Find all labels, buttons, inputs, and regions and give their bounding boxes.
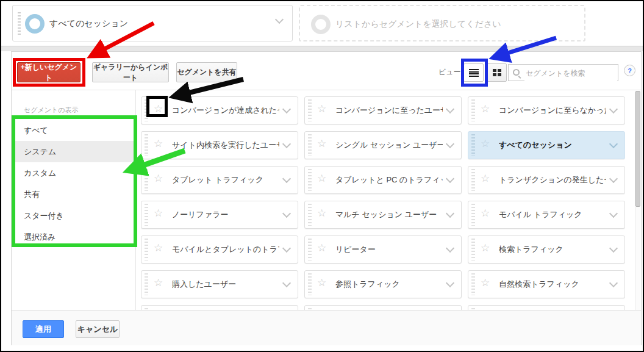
star-icon[interactable]: ☆ bbox=[154, 102, 163, 115]
toolbar: +新しいセグメント ギャラリーからインポート セグメントを共有 ビュー ? bbox=[12, 52, 641, 90]
segment-card-label: トランザクションの発生したセッ bbox=[499, 175, 606, 184]
segment-card[interactable]: ☆ コンバージョンに至ったユーザー bbox=[304, 96, 462, 124]
chevron-down-icon[interactable] bbox=[282, 279, 291, 287]
drag-handle-icon bbox=[145, 273, 148, 295]
star-icon[interactable]: ☆ bbox=[317, 276, 326, 289]
drag-handle-icon bbox=[471, 169, 475, 191]
star-icon[interactable]: ☆ bbox=[154, 172, 163, 185]
segment-card[interactable]: ☆ タブレットと PC のトラフィック bbox=[304, 166, 462, 194]
sidebar-item-starred[interactable]: スター付き bbox=[12, 205, 135, 226]
apply-button[interactable]: 適用 bbox=[23, 320, 64, 338]
sidebar-item-selected[interactable]: 選択済み bbox=[12, 226, 135, 248]
chevron-down-icon[interactable] bbox=[282, 209, 291, 218]
chevron-down-icon[interactable] bbox=[275, 15, 284, 24]
drag-handle-icon bbox=[308, 99, 312, 121]
segment-card-selected[interactable]: ☆ すべてのセッション bbox=[468, 131, 625, 159]
star-icon[interactable]: ☆ bbox=[317, 172, 326, 185]
drag-handle-icon bbox=[308, 134, 312, 156]
sidebar-item-system[interactable]: システム bbox=[12, 141, 135, 162]
drag-handle-icon bbox=[471, 99, 475, 121]
help-icon[interactable]: ? bbox=[624, 65, 635, 76]
segment-card[interactable]: ☆ コンバージョンが達成されたセ... bbox=[141, 96, 298, 124]
star-icon[interactable]: ☆ bbox=[317, 242, 326, 254]
share-segment-button[interactable]: セグメントを共有 bbox=[176, 62, 237, 82]
scrollbar-thumb[interactable] bbox=[635, 91, 640, 207]
chevron-down-icon[interactable] bbox=[609, 140, 618, 148]
chevron-down-icon[interactable] bbox=[446, 174, 454, 183]
segment-card[interactable]: ☆ マルチ セッション ユーザー bbox=[304, 201, 462, 229]
import-from-gallery-button[interactable]: ギャラリーからインポート bbox=[92, 62, 169, 82]
chevron-down-icon[interactable] bbox=[446, 105, 454, 113]
star-icon[interactable]: ☆ bbox=[317, 137, 326, 150]
chevron-down-icon[interactable] bbox=[282, 140, 291, 148]
chevron-down-icon[interactable] bbox=[446, 209, 454, 218]
add-segment-box[interactable]: リストからセグメントを選択してください bbox=[299, 5, 585, 41]
chevron-down-icon[interactable] bbox=[446, 244, 454, 253]
view-label: ビュー bbox=[438, 67, 461, 77]
chevron-down-icon[interactable] bbox=[609, 279, 618, 287]
sidebar-item-all[interactable]: すべて bbox=[12, 120, 135, 141]
segment-card-label: マルチ セッション ユーザー bbox=[335, 210, 437, 219]
segment-card[interactable]: ☆ 自然検索トラフィック bbox=[468, 270, 625, 298]
segment-card[interactable]: ☆ コンバージョンに至らなかった... bbox=[468, 96, 625, 124]
segment-card[interactable]: ☆ サイト内検索を実行したユーザー bbox=[141, 131, 298, 159]
sidebar-item-shared[interactable]: 共有 bbox=[12, 184, 135, 205]
chevron-down-icon[interactable] bbox=[282, 105, 291, 113]
drag-handle-icon[interactable] bbox=[18, 12, 21, 35]
chevron-down-icon[interactable] bbox=[609, 174, 618, 183]
star-icon[interactable]: ☆ bbox=[154, 276, 163, 289]
star-icon[interactable]: ☆ bbox=[481, 207, 490, 220]
segment-search-box bbox=[508, 64, 618, 81]
segment-card-label: 参照トラフィック bbox=[335, 279, 400, 289]
segment-card[interactable]: ☆ リピーター bbox=[304, 235, 462, 264]
segment-card[interactable]: ☆ ノーリファラー bbox=[141, 201, 298, 229]
chevron-down-icon[interactable] bbox=[282, 174, 291, 183]
segment-card[interactable]: ☆ トランザクションの発生したセッ... bbox=[468, 166, 625, 194]
cancel-button[interactable]: キャンセル bbox=[76, 320, 120, 338]
segment-card[interactable]: ☆ シングル セッション ユーザー bbox=[304, 131, 462, 159]
chevron-down-icon[interactable] bbox=[446, 140, 454, 148]
star-icon[interactable]: ☆ bbox=[317, 207, 326, 220]
segment-card[interactable]: ☆ モバイル トラフィック bbox=[468, 201, 625, 229]
star-icon[interactable]: ☆ bbox=[154, 242, 163, 254]
star-icon[interactable]: ☆ bbox=[154, 137, 163, 150]
chevron-down-icon[interactable] bbox=[609, 244, 618, 253]
segment-card-partial[interactable] bbox=[468, 305, 625, 310]
chevron-down-icon[interactable] bbox=[609, 105, 618, 113]
segment-card[interactable]: ☆ 検索トラフィック bbox=[468, 235, 625, 264]
star-icon[interactable]: ☆ bbox=[481, 172, 490, 185]
segment-card-label: シングル セッション ユーザー bbox=[335, 140, 443, 149]
chevron-down-icon[interactable] bbox=[282, 244, 291, 253]
sidebar-item-custom[interactable]: カスタム bbox=[12, 162, 135, 184]
chevron-down-icon[interactable] bbox=[446, 279, 454, 287]
segment-card-label: 自然検索トラフィック bbox=[499, 279, 579, 289]
segment-card[interactable]: ☆ 参照トラフィック bbox=[304, 270, 462, 298]
segment-card-label: タブレット トラフィック bbox=[172, 175, 263, 184]
segment-card[interactable]: ☆ 購入したユーザー bbox=[141, 270, 298, 298]
segment-card[interactable]: ☆ タブレット トラフィック bbox=[141, 166, 298, 194]
segment-card-partial[interactable] bbox=[304, 305, 462, 310]
segment-donut-icon bbox=[311, 15, 331, 34]
list-view-icon bbox=[469, 69, 479, 77]
new-segment-button[interactable]: +新しいセグメント bbox=[17, 62, 80, 82]
drag-handle-icon bbox=[308, 169, 312, 191]
segment-card-partial[interactable] bbox=[141, 305, 298, 310]
segment-card[interactable]: ☆ モバイルとタブレットのトラフィック bbox=[141, 235, 298, 264]
list-view-button[interactable] bbox=[463, 63, 484, 82]
drag-handle-icon bbox=[471, 134, 475, 156]
current-segment-box[interactable]: すべてのセッション bbox=[12, 5, 293, 41]
star-icon[interactable]: ☆ bbox=[317, 102, 326, 115]
star-icon[interactable]: ☆ bbox=[154, 207, 163, 220]
segment-card-label: すべてのセッション bbox=[499, 140, 572, 149]
grid-view-button[interactable] bbox=[487, 63, 507, 82]
scrollbar-track[interactable] bbox=[635, 91, 640, 310]
star-icon[interactable]: ☆ bbox=[481, 276, 490, 289]
star-icon[interactable]: ☆ bbox=[481, 242, 490, 254]
search-input[interactable] bbox=[524, 65, 617, 81]
star-icon[interactable]: ☆ bbox=[481, 137, 490, 150]
segment-card-label: コンバージョンに至らなかった bbox=[499, 106, 606, 115]
sidebar-title: セグメントの表示 bbox=[24, 106, 79, 115]
chevron-down-icon[interactable] bbox=[609, 209, 618, 218]
segment-donut-icon bbox=[25, 14, 45, 34]
star-icon[interactable]: ☆ bbox=[481, 102, 490, 115]
